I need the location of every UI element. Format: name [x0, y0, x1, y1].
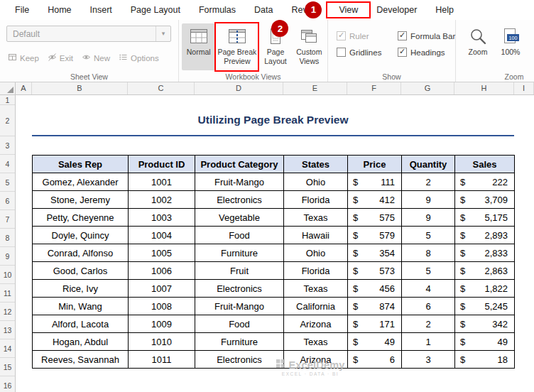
table-cell[interactable]: Hogan, Abdul: [33, 333, 129, 351]
column-header-C[interactable]: C: [128, 82, 195, 94]
table-cell[interactable]: 1008: [129, 298, 195, 315]
table-cell[interactable]: Ohio: [284, 244, 348, 262]
tab-help[interactable]: Help: [426, 0, 463, 20]
table-cell[interactable]: Arizona: [284, 351, 348, 369]
row-header-6[interactable]: 6: [0, 192, 15, 210]
row-header-8[interactable]: 8: [0, 229, 15, 247]
keep-button[interactable]: Keep: [4, 50, 43, 65]
table-cell[interactable]: 1005: [129, 244, 195, 262]
table-cell[interactable]: Furniture: [195, 244, 284, 262]
ruler-checkbox[interactable]: Ruler: [337, 31, 398, 40]
row-header-9[interactable]: 9: [0, 247, 15, 266]
table-cell[interactable]: $49: [455, 333, 515, 351]
table-cell[interactable]: $171: [348, 315, 402, 333]
table-cell[interactable]: $3,709: [455, 191, 515, 209]
table-cell[interactable]: $5,245: [455, 298, 515, 315]
headings-checkbox[interactable]: Headings: [398, 48, 455, 57]
table-cell[interactable]: $575: [348, 209, 402, 227]
row-header-2[interactable]: 2: [0, 105, 15, 136]
zoom-100-button[interactable]: 100 100%: [494, 23, 527, 70]
table-cell[interactable]: Fruit-Mango: [195, 173, 284, 191]
tab-developer[interactable]: Developer: [367, 0, 426, 20]
col-header-sales[interactable]: Sales: [455, 156, 515, 173]
row-header-5[interactable]: 5: [0, 173, 15, 192]
cells-area[interactable]: Utilizing Page Break Preview Sales Rep P…: [16, 95, 534, 392]
table-cell[interactable]: $111: [348, 173, 402, 191]
row-header-10[interactable]: 10: [0, 266, 15, 284]
column-header-B[interactable]: B: [32, 82, 128, 94]
column-header-F[interactable]: F: [347, 82, 401, 94]
table-cell[interactable]: $342: [455, 315, 515, 333]
table-cell[interactable]: $2,863: [455, 262, 515, 280]
tab-insert[interactable]: Insert: [81, 0, 121, 20]
table-cell[interactable]: Ohio: [284, 173, 348, 191]
row-header-7[interactable]: 7: [0, 210, 15, 229]
table-cell[interactable]: 6: [402, 298, 455, 315]
zoom-button[interactable]: Zoom: [462, 23, 494, 70]
tab-file[interactable]: File: [6, 0, 38, 20]
tab-formulas[interactable]: Formulas: [190, 0, 245, 20]
table-cell[interactable]: 8: [402, 244, 455, 262]
table-cell[interactable]: 4: [402, 280, 455, 298]
exit-button[interactable]: Exit: [44, 50, 77, 65]
table-cell[interactable]: $412: [348, 191, 402, 209]
new-button[interactable]: New: [78, 50, 114, 65]
column-header-A[interactable]: A: [16, 82, 32, 94]
zoom-to-selection-button[interactable]: Zoom to Selection: [527, 23, 534, 70]
table-cell[interactable]: Good, Carlos: [33, 262, 129, 280]
table-cell[interactable]: $579: [348, 227, 402, 244]
table-cell[interactable]: 9: [402, 191, 455, 209]
table-cell[interactable]: Conrad, Alfonso: [33, 244, 129, 262]
table-cell[interactable]: $2,833: [455, 244, 515, 262]
col-header-price[interactable]: Price: [348, 156, 402, 173]
table-cell[interactable]: $874: [348, 298, 402, 315]
normal-view-button[interactable]: Normal: [182, 23, 215, 70]
col-header-product-category[interactable]: Product Category: [195, 156, 284, 173]
formula-bar-checkbox[interactable]: Formula Bar: [398, 31, 455, 40]
col-header-sales-rep[interactable]: Sales Rep: [33, 156, 129, 173]
table-cell[interactable]: Electronics: [195, 351, 284, 369]
table-cell[interactable]: Florida: [284, 262, 348, 280]
table-cell[interactable]: Arizona: [284, 315, 348, 333]
table-cell[interactable]: 3: [402, 351, 455, 369]
custom-views-button[interactable]: Custom Views: [293, 23, 326, 70]
table-cell[interactable]: Petty, Cheyenne: [33, 209, 129, 227]
table-cell[interactable]: Reeves, Savannah: [33, 351, 129, 369]
page-break-preview-button[interactable]: Page Break Preview 2: [215, 23, 258, 70]
table-cell[interactable]: Alford, Lacota: [33, 315, 129, 333]
col-header-states[interactable]: States: [284, 156, 348, 173]
table-cell[interactable]: 2: [402, 315, 455, 333]
column-header-H[interactable]: H: [454, 82, 514, 94]
table-cell[interactable]: 1007: [129, 280, 195, 298]
table-cell[interactable]: 1: [402, 333, 455, 351]
tab-data[interactable]: Data: [245, 0, 282, 20]
table-cell[interactable]: Hawaii: [284, 227, 348, 244]
row-header-4[interactable]: 4: [0, 155, 15, 173]
table-cell[interactable]: Fruit: [195, 262, 284, 280]
table-cell[interactable]: 1001: [129, 173, 195, 191]
options-button[interactable]: Options: [115, 50, 163, 65]
table-cell[interactable]: Texas: [284, 280, 348, 298]
table-cell[interactable]: California: [284, 298, 348, 315]
table-cell[interactable]: 1004: [129, 227, 195, 244]
table-cell[interactable]: $49: [348, 333, 402, 351]
column-header-D[interactable]: D: [195, 82, 283, 94]
column-header-I[interactable]: I: [514, 82, 534, 94]
table-cell[interactable]: 1002: [129, 191, 195, 209]
table-cell[interactable]: Doyle, Quincy: [33, 227, 129, 244]
table-cell[interactable]: $222: [455, 173, 515, 191]
table-cell[interactable]: $2,893: [455, 227, 515, 244]
row-header-14[interactable]: 14: [0, 339, 15, 358]
tab-page-layout[interactable]: Page Layout: [121, 0, 190, 20]
table-cell[interactable]: Electronics: [195, 280, 284, 298]
table-cell[interactable]: Food: [195, 227, 284, 244]
table-cell[interactable]: Rice, Ivy: [33, 280, 129, 298]
row-header-3[interactable]: 3: [0, 136, 15, 155]
column-header-G[interactable]: G: [401, 82, 454, 94]
tab-home[interactable]: Home: [38, 0, 80, 20]
table-cell[interactable]: 1009: [129, 315, 195, 333]
table-cell[interactable]: 2: [402, 173, 455, 191]
table-cell[interactable]: Gomez, Alexander: [33, 173, 129, 191]
table-cell[interactable]: 1003: [129, 209, 195, 227]
table-cell[interactable]: Texas: [284, 209, 348, 227]
